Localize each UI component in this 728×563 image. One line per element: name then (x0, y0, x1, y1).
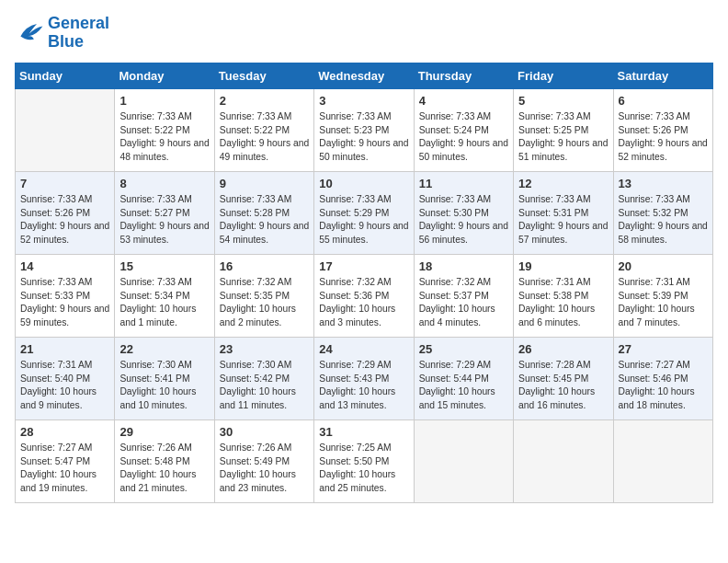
day-number: 13 (619, 177, 708, 190)
calendar-week-row: 1Sunrise: 7:33 AMSunset: 5:22 PMDaylight… (16, 88, 713, 171)
day-number: 31 (319, 425, 408, 439)
logo-line1: General (48, 14, 109, 32)
calendar-cell: 26Sunrise: 7:28 AMSunset: 5:45 PMDayligh… (514, 337, 613, 419)
calendar-table: SundayMondayTuesdayWednesdayThursdayFrid… (15, 63, 713, 503)
day-number: 18 (419, 259, 508, 273)
weekday-header-row: SundayMondayTuesdayWednesdayThursdayFrid… (16, 63, 713, 88)
calendar-cell: 8Sunrise: 7:33 AMSunset: 5:27 PMDaylight… (115, 171, 214, 254)
day-info: Sunrise: 7:31 AMSunset: 5:39 PMDaylight:… (619, 276, 708, 331)
calendar-cell: 16Sunrise: 7:32 AMSunset: 5:35 PMDayligh… (214, 254, 313, 337)
calendar-cell: 7Sunrise: 7:33 AMSunset: 5:26 PMDaylight… (16, 171, 115, 254)
logo-line2: Blue (48, 32, 84, 51)
day-info: Sunrise: 7:31 AMSunset: 5:40 PMDaylight:… (20, 359, 109, 414)
calendar-cell (414, 419, 513, 502)
day-info: Sunrise: 7:28 AMSunset: 5:45 PMDaylight:… (518, 359, 608, 414)
day-number: 14 (20, 259, 109, 273)
weekday-header-tuesday: Tuesday (214, 63, 313, 88)
day-info: Sunrise: 7:33 AMSunset: 5:22 PMDaylight:… (119, 110, 209, 166)
day-number: 20 (619, 259, 708, 273)
day-number: 26 (518, 342, 608, 356)
day-info: Sunrise: 7:25 AMSunset: 5:50 PMDaylight:… (319, 442, 408, 497)
day-number: 21 (20, 342, 109, 356)
calendar-cell: 25Sunrise: 7:29 AMSunset: 5:44 PMDayligh… (414, 337, 513, 419)
calendar-cell: 6Sunrise: 7:33 AMSunset: 5:26 PMDaylight… (613, 88, 712, 171)
day-number: 3 (319, 94, 408, 108)
calendar-cell: 30Sunrise: 7:26 AMSunset: 5:49 PMDayligh… (214, 419, 313, 502)
day-info: Sunrise: 7:27 AMSunset: 5:47 PMDaylight:… (20, 442, 109, 497)
day-info: Sunrise: 7:33 AMSunset: 5:33 PMDaylight:… (20, 276, 109, 331)
weekday-header-wednesday: Wednesday (314, 63, 414, 88)
day-info: Sunrise: 7:29 AMSunset: 5:44 PMDaylight:… (419, 359, 508, 414)
calendar-cell (613, 419, 712, 502)
logo: General Blue (15, 15, 109, 52)
calendar-cell: 18Sunrise: 7:32 AMSunset: 5:37 PMDayligh… (414, 254, 513, 337)
day-info: Sunrise: 7:33 AMSunset: 5:25 PMDaylight:… (518, 110, 608, 166)
day-info: Sunrise: 7:33 AMSunset: 5:32 PMDaylight:… (619, 193, 708, 248)
weekday-header-thursday: Thursday (414, 63, 513, 88)
calendar-cell: 15Sunrise: 7:33 AMSunset: 5:34 PMDayligh… (115, 254, 214, 337)
day-info: Sunrise: 7:30 AMSunset: 5:41 PMDaylight:… (119, 359, 209, 414)
day-number: 27 (619, 342, 708, 356)
calendar-cell: 17Sunrise: 7:32 AMSunset: 5:36 PMDayligh… (314, 254, 414, 337)
calendar-week-row: 28Sunrise: 7:27 AMSunset: 5:47 PMDayligh… (16, 419, 713, 502)
day-info: Sunrise: 7:33 AMSunset: 5:28 PMDaylight:… (220, 193, 309, 248)
calendar-cell: 10Sunrise: 7:33 AMSunset: 5:29 PMDayligh… (314, 171, 414, 254)
day-info: Sunrise: 7:33 AMSunset: 5:22 PMDaylight:… (220, 110, 309, 166)
calendar-cell: 14Sunrise: 7:33 AMSunset: 5:33 PMDayligh… (16, 254, 115, 337)
calendar-week-row: 14Sunrise: 7:33 AMSunset: 5:33 PMDayligh… (16, 254, 713, 337)
day-number: 11 (419, 177, 508, 190)
calendar-cell: 11Sunrise: 7:33 AMSunset: 5:30 PMDayligh… (414, 171, 513, 254)
calendar-cell: 20Sunrise: 7:31 AMSunset: 5:39 PMDayligh… (613, 254, 712, 337)
day-number: 30 (220, 425, 309, 439)
day-number: 9 (220, 177, 309, 190)
day-info: Sunrise: 7:32 AMSunset: 5:36 PMDaylight:… (319, 276, 408, 331)
day-info: Sunrise: 7:33 AMSunset: 5:29 PMDaylight:… (319, 193, 408, 248)
day-info: Sunrise: 7:27 AMSunset: 5:46 PMDaylight:… (619, 359, 708, 414)
weekday-header-friday: Friday (514, 63, 613, 88)
calendar-cell: 1Sunrise: 7:33 AMSunset: 5:22 PMDaylight… (115, 88, 214, 171)
page-header: General Blue (15, 15, 713, 52)
weekday-header-monday: Monday (115, 63, 214, 88)
weekday-header-sunday: Sunday (16, 63, 115, 88)
calendar-cell: 31Sunrise: 7:25 AMSunset: 5:50 PMDayligh… (314, 419, 414, 502)
day-number: 15 (119, 259, 209, 273)
day-number: 24 (319, 342, 408, 356)
day-info: Sunrise: 7:32 AMSunset: 5:35 PMDaylight:… (220, 276, 309, 331)
day-number: 10 (319, 177, 408, 190)
day-number: 6 (619, 94, 708, 108)
day-number: 25 (419, 342, 508, 356)
calendar-week-row: 7Sunrise: 7:33 AMSunset: 5:26 PMDaylight… (16, 171, 713, 254)
day-info: Sunrise: 7:29 AMSunset: 5:43 PMDaylight:… (319, 359, 408, 414)
calendar-cell: 12Sunrise: 7:33 AMSunset: 5:31 PMDayligh… (514, 171, 613, 254)
calendar-week-row: 21Sunrise: 7:31 AMSunset: 5:40 PMDayligh… (16, 337, 713, 419)
day-number: 8 (119, 177, 209, 190)
day-number: 28 (20, 425, 109, 439)
day-number: 22 (119, 342, 209, 356)
calendar-cell: 19Sunrise: 7:31 AMSunset: 5:38 PMDayligh… (514, 254, 613, 337)
day-number: 29 (119, 425, 209, 439)
day-info: Sunrise: 7:30 AMSunset: 5:42 PMDaylight:… (220, 359, 309, 414)
day-info: Sunrise: 7:33 AMSunset: 5:26 PMDaylight:… (619, 110, 708, 166)
day-number: 1 (119, 94, 209, 108)
day-info: Sunrise: 7:26 AMSunset: 5:49 PMDaylight:… (220, 442, 309, 497)
calendar-cell (514, 419, 613, 502)
calendar-cell (16, 88, 115, 171)
day-info: Sunrise: 7:33 AMSunset: 5:26 PMDaylight:… (20, 193, 109, 248)
day-info: Sunrise: 7:26 AMSunset: 5:48 PMDaylight:… (119, 442, 209, 497)
calendar-cell: 24Sunrise: 7:29 AMSunset: 5:43 PMDayligh… (314, 337, 414, 419)
calendar-cell: 13Sunrise: 7:33 AMSunset: 5:32 PMDayligh… (613, 171, 712, 254)
day-info: Sunrise: 7:31 AMSunset: 5:38 PMDaylight:… (518, 276, 608, 331)
calendar-cell: 21Sunrise: 7:31 AMSunset: 5:40 PMDayligh… (16, 337, 115, 419)
day-info: Sunrise: 7:33 AMSunset: 5:31 PMDaylight:… (518, 193, 608, 248)
calendar-cell: 29Sunrise: 7:26 AMSunset: 5:48 PMDayligh… (115, 419, 214, 502)
calendar-cell: 28Sunrise: 7:27 AMSunset: 5:47 PMDayligh… (16, 419, 115, 502)
day-info: Sunrise: 7:33 AMSunset: 5:34 PMDaylight:… (119, 276, 209, 331)
calendar-cell: 9Sunrise: 7:33 AMSunset: 5:28 PMDaylight… (214, 171, 313, 254)
logo-icon (15, 20, 44, 46)
day-info: Sunrise: 7:33 AMSunset: 5:23 PMDaylight:… (319, 110, 408, 166)
calendar-cell: 23Sunrise: 7:30 AMSunset: 5:42 PMDayligh… (214, 337, 313, 419)
weekday-header-saturday: Saturday (613, 63, 712, 88)
day-number: 19 (518, 259, 608, 273)
calendar-cell: 3Sunrise: 7:33 AMSunset: 5:23 PMDaylight… (314, 88, 414, 171)
day-number: 23 (220, 342, 309, 356)
